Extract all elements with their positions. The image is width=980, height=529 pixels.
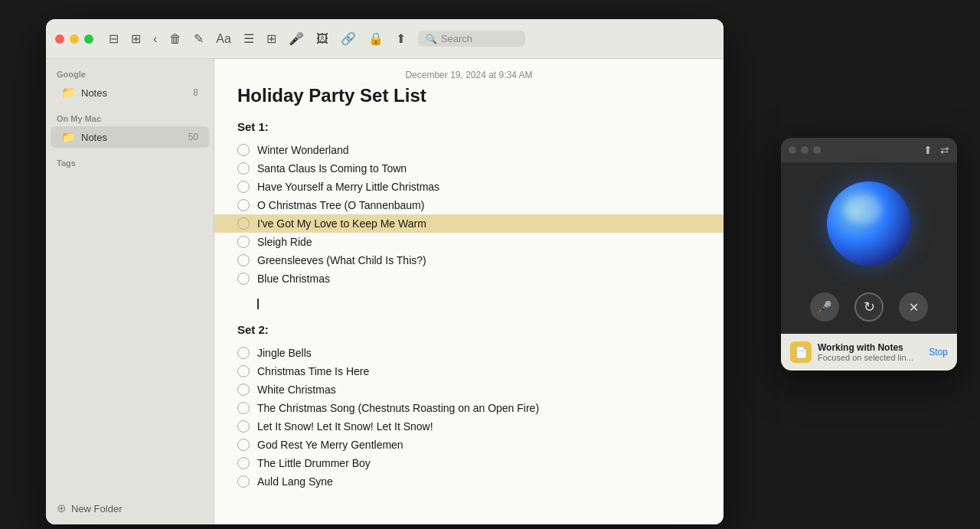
folder-icon: 📁	[61, 86, 76, 100]
stop-button[interactable]: Stop	[929, 347, 948, 358]
item-label: Winter Wonderland	[257, 144, 349, 156]
item-label: Blue Christmas	[257, 273, 330, 285]
list-item[interactable]: Let It Snow! Let It Snow! Let It Snow!	[237, 417, 701, 436]
back-icon[interactable]: ‹	[153, 32, 157, 46]
list-item[interactable]: Santa Claus Is Coming to Town	[237, 159, 701, 178]
google-section-header: Google	[46, 59, 214, 82]
cursor-indicator	[257, 299, 259, 309]
action-button[interactable]: ↻	[854, 292, 884, 322]
delete-icon[interactable]: 🗑	[169, 32, 181, 46]
traffic-lights	[55, 34, 93, 44]
checkbox[interactable]	[237, 365, 250, 377]
checkbox[interactable]	[237, 439, 250, 451]
item-label: Christmas Time Is Here	[257, 365, 369, 377]
compose-icon[interactable]: ✎	[194, 31, 204, 46]
list-item[interactable]: God Rest Ye Merry Gentlemen	[237, 436, 701, 454]
checkbox[interactable]	[237, 420, 250, 433]
checkbox[interactable]	[237, 162, 250, 175]
item-label: Auld Lang Syne	[257, 475, 333, 488]
list-item[interactable]: Winter Wonderland	[237, 141, 701, 159]
notes-status-icon: 📄	[790, 341, 812, 363]
checkbox[interactable]	[237, 144, 250, 156]
checkbox[interactable]	[237, 273, 250, 285]
set1-header: Set 1:	[237, 120, 701, 133]
checkbox[interactable]	[237, 475, 250, 488]
search-input[interactable]	[441, 33, 518, 44]
note-title: Holiday Party Set List	[237, 85, 701, 106]
link-icon[interactable]: 🔗	[341, 31, 356, 46]
sidebar: Google 📁 Notes 8 On My Mac 📁 Notes 50 Ta…	[46, 59, 214, 524]
list-item[interactable]: Blue Christmas	[237, 269, 701, 288]
sidebar-toggle-icon[interactable]: ⊟	[109, 31, 119, 46]
set2-header: Set 2:	[237, 323, 701, 336]
search-bar[interactable]: 🔍	[418, 31, 525, 47]
float-dot-3	[813, 146, 821, 154]
item-label: Jingle Bells	[257, 347, 312, 359]
list-item[interactable]: O Christmas Tree (O Tannenbaum)	[237, 196, 701, 214]
list-item[interactable]: The Christmas Song (Chestnuts Roasting o…	[237, 399, 701, 417]
lock-icon[interactable]: 🔒	[368, 31, 384, 46]
checklist-icon[interactable]: ☰	[243, 31, 254, 46]
checkbox[interactable]	[237, 181, 250, 193]
toolbar: ⊟ ⊞ ‹ 🗑 ✎ Aa ☰ ⊞ 🎤 🖼 🔗 🔒 ⬆	[109, 31, 714, 47]
list-item-highlighted[interactable]: I've Got My Love to Keep Me Warm	[214, 214, 724, 233]
share-floating-icon[interactable]: ⬆	[923, 144, 933, 156]
item-label: The Christmas Song (Chestnuts Roasting o…	[257, 402, 539, 414]
floating-title-bar: ⬆ ⇄	[781, 138, 957, 162]
floating-window: ⬆ ⇄ 🎤 ↻ ✕ 📄 Working with Notes Focused o…	[781, 138, 957, 371]
checkbox[interactable]	[237, 402, 250, 414]
new-folder-label: New Folder	[71, 503, 122, 514]
microphone-button[interactable]: 🎤	[810, 292, 839, 322]
checkbox[interactable]	[237, 347, 250, 359]
grid-view-icon[interactable]: ⊞	[131, 31, 141, 46]
title-bar: ⊟ ⊞ ‹ 🗑 ✎ Aa ☰ ⊞ 🎤 🖼 🔗 🔒 ⬆	[46, 19, 724, 59]
list-item[interactable]: Have Yourself a Merry Little Christmas	[237, 178, 701, 196]
minimize-button[interactable]	[70, 34, 79, 44]
new-folder-button[interactable]: ⊕ New Folder	[46, 492, 214, 524]
sidebar-item-onmymac-notes[interactable]: 📁 Notes 50	[51, 126, 209, 148]
onmymac-section-header: On My Mac	[46, 103, 214, 126]
checkbox[interactable]	[237, 384, 250, 396]
float-dot-2	[801, 146, 808, 154]
folder-icon-mac: 📁	[61, 130, 76, 144]
main-content: December 19, 2024 at 9:34 AM Holiday Par…	[214, 59, 724, 524]
checkbox[interactable]	[237, 199, 250, 211]
checkbox[interactable]	[237, 254, 250, 266]
audio-icon[interactable]: 🎤	[289, 31, 304, 46]
photo-icon[interactable]: 🖼	[316, 32, 328, 46]
item-label: O Christmas Tree (O Tannenbaum)	[257, 199, 424, 211]
checkbox[interactable]	[237, 217, 250, 230]
dismiss-button[interactable]: ✕	[899, 292, 928, 322]
checkbox[interactable]	[237, 236, 250, 248]
list-item[interactable]: Jingle Bells	[237, 344, 701, 362]
item-label: Greensleeves (What Child Is This?)	[257, 254, 426, 266]
maximize-button[interactable]	[84, 34, 93, 44]
close-button[interactable]	[55, 34, 64, 44]
onmymac-notes-label: Notes	[81, 132, 183, 143]
floating-actions: ⬆ ⇄	[923, 144, 949, 156]
float-dot-1	[789, 146, 796, 154]
app-body: Google 📁 Notes 8 On My Mac 📁 Notes 50 Ta…	[46, 59, 724, 524]
share-icon[interactable]: ⬆	[396, 31, 406, 46]
table-icon[interactable]: ⊞	[266, 31, 276, 46]
list-item[interactable]: Auld Lang Syne	[237, 472, 701, 491]
settings-floating-icon[interactable]: ⇄	[940, 144, 949, 156]
list-item[interactable]: White Christmas	[237, 380, 701, 399]
font-icon[interactable]: Aa	[216, 32, 231, 46]
list-item[interactable]: Greensleeves (What Child Is This?)	[237, 251, 701, 269]
item-label: Have Yourself a Merry Little Christmas	[257, 181, 439, 193]
item-label: I've Got My Love to Keep Me Warm	[257, 217, 426, 230]
sidebar-item-google-notes[interactable]: 📁 Notes 8	[51, 82, 209, 103]
status-subtitle: Focused on selected lin...	[818, 353, 923, 362]
float-controls: 🎤 ↻ ✕	[781, 285, 957, 334]
note-body[interactable]: Holiday Party Set List Set 1: Winter Won…	[214, 85, 724, 524]
item-label: Santa Claus Is Coming to Town	[257, 162, 407, 175]
list-item[interactable]: Christmas Time Is Here	[237, 362, 701, 380]
float-status-bar: 📄 Working with Notes Focused on selected…	[781, 334, 957, 371]
notes-app-window: ⊟ ⊞ ‹ 🗑 ✎ Aa ☰ ⊞ 🎤 🖼 🔗 🔒 ⬆	[46, 19, 724, 524]
status-text: Working with Notes Focused on selected l…	[818, 342, 923, 362]
list-item[interactable]: Sleigh Ride	[237, 233, 701, 251]
checkbox[interactable]	[237, 457, 250, 469]
list-item[interactable]: The Little Drummer Boy	[237, 454, 701, 472]
item-label: White Christmas	[257, 384, 336, 396]
